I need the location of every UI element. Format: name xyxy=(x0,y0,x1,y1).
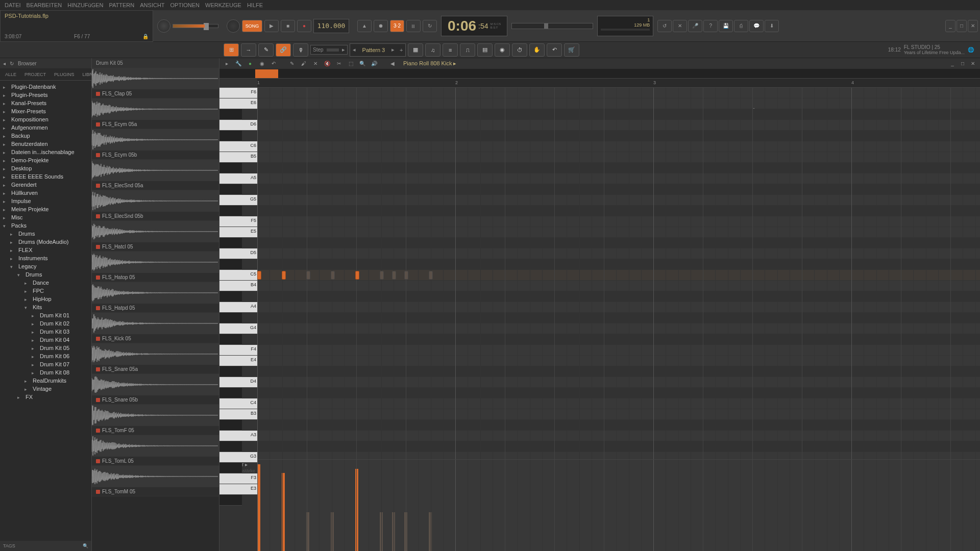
render-button[interactable]: ⎙ xyxy=(734,20,748,32)
pattern-add[interactable]: + xyxy=(397,47,405,53)
pr-menu-button[interactable]: ▸ xyxy=(222,59,232,68)
piano-key[interactable]: F3 xyxy=(219,473,257,484)
browser-tree[interactable]: Plugin-DatenbankPlugin-PresetsKanal-Pres… xyxy=(0,81,91,541)
piano-key[interactable]: B3 xyxy=(219,409,257,420)
pr-slice-button[interactable]: ✂ xyxy=(334,59,344,68)
plugin-button[interactable]: ◉ xyxy=(495,43,510,57)
piano-key[interactable] xyxy=(219,163,242,173)
sample-item[interactable]: FLS_Hatpd 05 xyxy=(92,282,219,313)
tempo-display[interactable]: 110.000 xyxy=(313,19,349,33)
tree-item[interactable]: Drums xyxy=(0,230,91,238)
sample-item[interactable]: FLS_Snare 05b xyxy=(92,374,219,405)
tree-item[interactable]: RealDrumkits xyxy=(0,377,91,385)
tree-item[interactable]: Drum Kit 04 xyxy=(0,336,91,344)
tree-item[interactable]: Legacy xyxy=(0,262,91,270)
sample-item[interactable]: FLS_TomM 05 xyxy=(92,466,219,496)
piano-key[interactable]: G3 xyxy=(219,452,257,463)
piano-key[interactable]: A5 xyxy=(219,173,257,184)
tree-item[interactable]: Instruments xyxy=(0,254,91,262)
switch-button[interactable]: ✕ xyxy=(673,20,687,32)
main-volume-knob[interactable] xyxy=(157,19,170,33)
piano-key[interactable] xyxy=(219,334,242,345)
piano-key[interactable]: E3 xyxy=(219,484,257,495)
playlist-button[interactable]: ▦ xyxy=(408,43,423,57)
snap-button[interactable]: ⊞ xyxy=(224,43,239,57)
arrow-button[interactable]: → xyxy=(241,43,256,57)
piano-key[interactable]: C5 xyxy=(219,270,257,281)
sample-item[interactable]: FLS_TomL 05 xyxy=(92,435,219,466)
tree-item[interactable]: Plugin-Presets xyxy=(0,91,91,99)
pr-undo-button[interactable]: ↶ xyxy=(268,59,279,68)
tree-item[interactable]: FLEX xyxy=(0,246,91,254)
browser-tab-alle[interactable]: ALLE xyxy=(2,71,19,78)
midi-note[interactable] xyxy=(429,271,433,280)
pr-stamp-button[interactable]: ◉ xyxy=(257,59,267,68)
menu-pattern[interactable]: PATTERN xyxy=(107,2,137,8)
velocity-area[interactable] xyxy=(257,460,980,551)
tree-item[interactable]: Backup xyxy=(0,132,91,140)
piano-key[interactable]: D5 xyxy=(219,248,257,259)
tree-item[interactable]: Misc xyxy=(0,213,91,221)
tree-item[interactable]: Demo-Projekte xyxy=(0,156,91,164)
browser-tab-plugins[interactable]: PLUGINS xyxy=(51,71,78,78)
piano-key[interactable] xyxy=(219,388,242,398)
piano-key[interactable] xyxy=(219,313,242,323)
tree-item[interactable]: Benutzerdaten xyxy=(0,140,91,148)
draw-button[interactable]: ✎ xyxy=(258,43,274,57)
midi-note[interactable] xyxy=(306,271,310,280)
pr-delete-button[interactable]: ✕ xyxy=(310,59,321,68)
undo-button[interactable]: ↺ xyxy=(657,20,672,32)
piano-key[interactable] xyxy=(219,366,242,377)
piano-key[interactable]: A3 xyxy=(219,431,257,441)
minimize-button[interactable]: _ xyxy=(945,20,955,32)
sample-item[interactable]: FLS_ElecSnd 05a xyxy=(92,160,219,190)
main-volume-slider[interactable] xyxy=(173,24,218,28)
download-button[interactable]: ⬇ xyxy=(765,20,779,32)
play-button[interactable]: ▶ xyxy=(264,20,279,32)
piano-keys[interactable]: F6E6D6C6B5A5G5F5E5D5C5B4A4G4F4E4D4C4B3A3… xyxy=(219,88,257,459)
pattern-selector[interactable]: ◂ Pattern 3 ▸ + xyxy=(350,43,406,57)
menubar[interactable]: DATEIBEARBEITENHINZUFüGENPATTERNANSICHTO… xyxy=(0,0,980,10)
menu-hinzufügen[interactable]: HINZUFüGEN xyxy=(65,2,105,8)
pr-mute-button[interactable]: 🔇 xyxy=(322,59,332,68)
tree-item[interactable]: Drum Kit 03 xyxy=(0,328,91,336)
pr-paint-button[interactable]: 🖌 xyxy=(299,59,309,68)
time-display[interactable]: 0:06 :54 M:S:CS B:S:T xyxy=(441,16,507,36)
mic-button[interactable]: 🎤 xyxy=(688,20,702,32)
menu-bearbeiten[interactable]: BEARBEITEN xyxy=(24,2,64,8)
shop-button[interactable]: 🛒 xyxy=(564,43,579,57)
tree-item[interactable]: Vintage xyxy=(0,385,91,393)
tree-item[interactable]: Dateien in...ischenablage xyxy=(0,148,91,156)
piano-key[interactable] xyxy=(219,420,242,431)
piano-key[interactable]: D6 xyxy=(219,120,257,131)
pr-close-button[interactable]: ✕ xyxy=(968,59,978,68)
tree-item[interactable]: Desktop xyxy=(0,164,91,172)
piano-roll-title[interactable]: Piano Roll 808 Kick ▸ xyxy=(399,60,460,67)
tree-item[interactable]: Drum Kit 02 xyxy=(0,319,91,328)
tree-item[interactable]: Dance xyxy=(0,279,91,287)
countdown-button[interactable]: 3·2 xyxy=(390,20,404,32)
wait-input-button[interactable]: ⏺ xyxy=(374,20,388,32)
tree-item[interactable]: Kanal-Presets xyxy=(0,99,91,107)
help-button[interactable]: ? xyxy=(703,20,718,32)
tree-item[interactable]: Drums xyxy=(0,270,91,279)
piano-key[interactable] xyxy=(219,495,242,506)
piano-key[interactable] xyxy=(219,441,242,452)
save-button[interactable]: 💾 xyxy=(719,20,733,32)
piano-key[interactable]: F5 xyxy=(219,216,257,227)
sample-item[interactable]: FLS_Ecym 05a xyxy=(92,98,219,129)
piano-key[interactable] xyxy=(219,109,242,120)
piano-roll-minimap[interactable] xyxy=(219,69,980,79)
touch-button[interactable]: ✋ xyxy=(529,43,545,57)
browser-button[interactable]: ▤ xyxy=(477,43,493,57)
link-button[interactable]: 🔗 xyxy=(276,43,291,57)
browser-tab-project[interactable]: PROJECT xyxy=(21,71,49,78)
browser-tabs[interactable]: ALLEPROJECTPLUGINSLIBRARYSTARREDALL...2 xyxy=(0,68,91,81)
piano-key[interactable] xyxy=(219,291,242,302)
tree-item[interactable]: Kits xyxy=(0,303,91,311)
tempo-button[interactable]: ⏱ xyxy=(512,43,527,57)
tree-item[interactable]: Impulse xyxy=(0,197,91,205)
tree-item[interactable]: EEEE EEEE Sounds xyxy=(0,172,91,181)
close-button[interactable]: ✕ xyxy=(968,20,978,32)
channel-rack-button[interactable]: ≡ xyxy=(443,43,458,57)
